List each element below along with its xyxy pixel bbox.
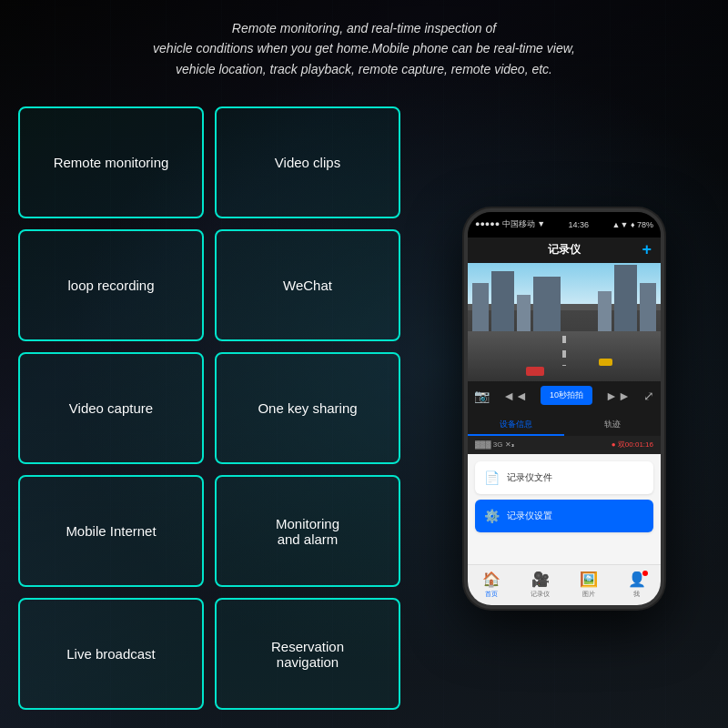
phone-prev-ctrl[interactable]: ◄◄ — [502, 389, 528, 403]
phone-app-content: 📄 记录仪文件 ⚙️ 记录仪设置 — [468, 454, 661, 564]
road-line — [562, 336, 566, 366]
building-2 — [491, 271, 514, 337]
header-description: Remote monitoring, and real-time inspect… — [98, 0, 630, 88]
phone-battery: ▲▼ ♦ 78% — [612, 220, 653, 229]
features-panel: Remote monitoring Video clips loop recor… — [18, 97, 410, 719]
phone-controls: 📷 ◄◄ 10秒拍拍 ►► ⤢ — [468, 381, 661, 410]
building-r3 — [598, 291, 612, 336]
phone-signal-info: ▓▓▓ 3G ✕₃ — [475, 440, 514, 449]
feature-video-clips: Video clips — [215, 106, 400, 218]
building-1 — [472, 283, 489, 337]
video-scene — [468, 263, 661, 381]
phone-nav-me[interactable]: 👤 我 — [628, 571, 646, 599]
building-r2 — [614, 265, 637, 336]
phone-file-icon: 📄 — [484, 470, 500, 485]
phone-tab-track[interactable]: 轨迹 — [564, 417, 661, 436]
phone-settings-btn[interactable]: ⚙️ 记录仪设置 — [475, 500, 653, 532]
phone-app-bar: 记录仪 + — [468, 238, 661, 263]
phone-camera-ctrl[interactable]: 📷 — [474, 389, 490, 403]
video-road — [468, 331, 661, 381]
phone-container: ●●●●● 中国移动 ▼ 14:36 ▲▼ ♦ 78% 记录仪 + — [419, 97, 710, 719]
phone-tabs: 设备信息 轨迹 — [468, 410, 661, 436]
phone-rec-info: ● 双00:01:16 — [612, 440, 653, 450]
feature-wechat: WeChat — [215, 229, 400, 341]
phone-nav-home-label: 首页 — [485, 590, 498, 599]
phone-mockup: ●●●●● 中国移动 ▼ 14:36 ▲▼ ♦ 78% 记录仪 + — [464, 208, 664, 609]
phone-nav-me-label: 我 — [633, 590, 640, 599]
phone-nav-photos[interactable]: 🖼️ 图片 — [580, 571, 598, 599]
feature-loop-recording: loop recording — [18, 229, 204, 341]
phone-app-title: 记录仪 — [548, 242, 581, 258]
phone-gear-icon: ⚙️ — [484, 509, 500, 523]
building-3 — [517, 295, 531, 337]
phone-nav-recorder[interactable]: 🎥 记录仪 — [531, 571, 550, 599]
phone-add-button[interactable]: + — [642, 240, 652, 259]
building-4 — [533, 277, 561, 336]
phone-time: 14:36 — [569, 220, 590, 229]
phone-tab-device-info[interactable]: 设备信息 — [468, 417, 564, 436]
phone-files-btn[interactable]: 📄 记录仪文件 — [475, 461, 653, 494]
phone-nav-photos-label: 图片 — [582, 590, 595, 599]
phone-signal: ●●●●● 中国移动 ▼ — [475, 218, 545, 230]
main-content: Remote monitoring, and real-time inspect… — [0, 0, 728, 728]
phone-nav-me-icon-wrap: 👤 — [628, 571, 646, 588]
phone-info-bar: ▓▓▓ 3G ✕₃ ● 双00:01:16 — [468, 436, 661, 454]
header-line2: vehicle conditions when you get home.Mob… — [153, 41, 575, 56]
phone-video-preview — [468, 263, 661, 381]
phone-10s-ctrl[interactable]: 10秒拍拍 — [541, 386, 592, 405]
notification-dot — [642, 571, 648, 576]
phone-next-ctrl[interactable]: ►► — [605, 389, 631, 403]
feature-one-key-sharing: One key sharing — [215, 352, 400, 464]
phone-expand-ctrl[interactable]: ⤢ — [643, 389, 654, 403]
phone-nav-recorder-label: 记录仪 — [531, 590, 550, 599]
phone-settings-label: 记录仪设置 — [507, 510, 552, 522]
main-area: Remote monitoring Video clips loop recor… — [0, 88, 728, 728]
feature-live-broadcast: Live broadcast — [18, 598, 204, 710]
phone-image-icon: 🖼️ — [580, 571, 598, 588]
phone-camera-icon: 🎥 — [531, 571, 550, 588]
feature-mobile-internet: Mobile Internet — [18, 475, 204, 587]
phone-nav-home[interactable]: 🏠 首页 — [482, 571, 500, 599]
building-r1 — [640, 283, 656, 337]
feature-monitoring-alarm: Monitoring and alarm — [215, 475, 400, 587]
phone-files-label: 记录仪文件 — [507, 471, 552, 484]
car-2 — [599, 359, 612, 366]
feature-remote-monitoring: Remote monitoring — [18, 106, 204, 218]
feature-video-capture: Video capture — [18, 352, 204, 464]
header-line3: vehicle location, track playback, remote… — [176, 62, 552, 76]
feature-reservation-navigation: Reservation navigation — [215, 598, 400, 710]
header-line1: Remote monitoring, and real-time inspect… — [232, 21, 496, 35]
phone-home-icon: 🏠 — [482, 571, 500, 588]
car-1 — [526, 367, 544, 376]
phone-status-bar: ●●●●● 中国移动 ▼ 14:36 ▲▼ ♦ 78% — [468, 212, 661, 238]
phone-bottom-nav: 🏠 首页 🎥 记录仪 🖼️ 图片 👤 — [468, 564, 661, 605]
